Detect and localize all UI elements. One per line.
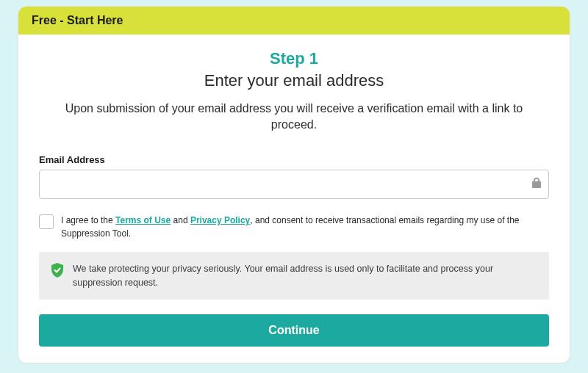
card-header: Free - Start Here — [18, 7, 570, 35]
consent-checkbox[interactable] — [39, 214, 54, 229]
consent-middle: and — [171, 215, 190, 225]
step-description: Upon submission of your email address yo… — [59, 101, 529, 134]
header-title: Free - Start Here — [32, 14, 123, 26]
signup-card: Free - Start Here Step 1 Enter your emai… — [18, 6, 570, 363]
privacy-link[interactable]: Privacy Policy — [190, 215, 250, 225]
shield-icon — [51, 263, 64, 280]
consent-row: I agree to the Terms of Use and Privacy … — [39, 214, 549, 240]
card-body: Step 1 Enter your email address Upon sub… — [18, 35, 570, 363]
email-input-wrap — [39, 170, 549, 199]
terms-link[interactable]: Terms of Use — [115, 215, 171, 225]
lock-icon — [531, 177, 542, 192]
email-input[interactable] — [39, 170, 549, 199]
consent-prefix: I agree to the — [61, 215, 115, 225]
privacy-notice-text: We take protecting your privacy seriousl… — [73, 262, 537, 290]
step-label: Step 1 — [39, 49, 549, 68]
continue-button[interactable]: Continue — [39, 314, 549, 347]
privacy-notice-box: We take protecting your privacy seriousl… — [39, 252, 549, 300]
email-label: Email Address — [39, 154, 549, 165]
consent-text: I agree to the Terms of Use and Privacy … — [61, 214, 549, 240]
step-subtitle: Enter your email address — [39, 71, 549, 90]
